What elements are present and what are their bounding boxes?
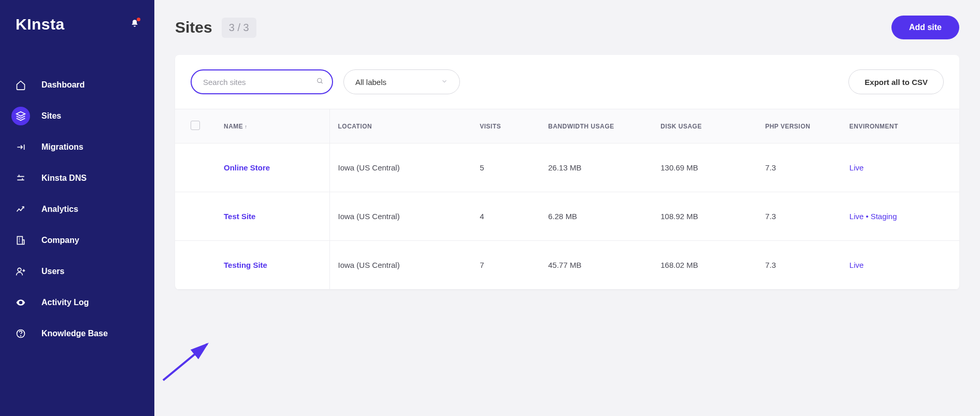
sidebar: KInsta Dashboard Sites Migrations Kinsta… — [0, 0, 154, 416]
environment-cell: Live — [841, 144, 959, 192]
col-name[interactable]: NAME↑ — [215, 109, 329, 144]
sidebar-item-dns[interactable]: Kinsta DNS — [0, 163, 154, 194]
php-cell: 7.3 — [757, 241, 841, 290]
bandwidth-cell: 45.77 MB — [540, 241, 652, 290]
bell-icon — [131, 20, 139, 29]
header-left: Sites 3 / 3 — [175, 18, 256, 38]
php-cell: 7.3 — [757, 192, 841, 241]
site-link[interactable]: Test Site — [224, 212, 255, 221]
sidebar-item-label: Knowledge Base — [41, 329, 108, 338]
env-live-link[interactable]: Live — [849, 261, 864, 269]
col-bandwidth[interactable]: BANDWIDTH USAGE — [540, 109, 652, 144]
analytics-icon — [11, 200, 30, 219]
search-input[interactable] — [191, 69, 333, 94]
visits-cell: 5 — [471, 144, 540, 192]
location-cell: Iowa (US Central) — [329, 241, 471, 290]
site-name-cell: Online Store — [215, 144, 329, 192]
col-location[interactable]: LOCATION — [329, 109, 471, 144]
sites-table: NAME↑ LOCATION VISITS BANDWIDTH USAGE DI… — [175, 109, 959, 290]
select-all-header — [175, 109, 215, 144]
card-toolbar: All labels Export all to CSV — [175, 55, 959, 109]
env-separator: • — [866, 212, 868, 221]
disk-cell: 130.69 MB — [652, 144, 757, 192]
brand-logo: KInsta — [16, 16, 65, 33]
site-count-badge: 3 / 3 — [222, 18, 256, 38]
layers-icon — [11, 107, 30, 125]
main: Sites 3 / 3 Add site All labels — [154, 0, 980, 416]
add-site-button[interactable]: Add site — [891, 16, 959, 39]
env-staging-link[interactable]: Staging — [871, 212, 897, 221]
svg-point-4 — [21, 336, 21, 336]
visits-cell: 7 — [471, 241, 540, 290]
search-wrap — [191, 69, 333, 94]
visits-cell: 4 — [471, 192, 540, 241]
sidebar-item-label: Kinsta DNS — [41, 174, 87, 183]
disk-cell: 168.02 MB — [652, 241, 757, 290]
sidebar-item-activity[interactable]: Activity Log — [0, 287, 154, 318]
table-row: Testing SiteIowa (US Central)745.77 MB16… — [175, 241, 959, 290]
company-icon — [11, 231, 30, 250]
home-icon — [11, 76, 30, 94]
sidebar-item-label: Activity Log — [41, 298, 89, 307]
eye-icon — [11, 293, 30, 312]
env-live-link[interactable]: Live — [849, 163, 864, 172]
row-select-cell — [175, 144, 215, 192]
environment-cell: Live•Staging — [841, 192, 959, 241]
col-php[interactable]: PHP VERSION — [757, 109, 841, 144]
col-environment[interactable]: ENVIRONMENT — [841, 109, 959, 144]
table-header-row: NAME↑ LOCATION VISITS BANDWIDTH USAGE DI… — [175, 109, 959, 144]
dns-icon — [11, 169, 30, 188]
env-live-link[interactable]: Live — [849, 212, 864, 221]
site-link[interactable]: Online Store — [224, 163, 270, 172]
bandwidth-cell: 6.28 MB — [540, 192, 652, 241]
header: Sites 3 / 3 Add site — [175, 16, 959, 39]
select-all-checkbox[interactable] — [191, 121, 200, 130]
sidebar-item-label: Users — [41, 267, 64, 276]
environment-cell: Live — [841, 241, 959, 290]
bandwidth-cell: 26.13 MB — [540, 144, 652, 192]
nav: Dashboard Sites Migrations Kinsta DNS An… — [0, 64, 154, 354]
export-csv-button[interactable]: Export all to CSV — [848, 69, 944, 94]
notifications-button[interactable] — [131, 19, 139, 30]
page-title: Sites — [175, 19, 212, 36]
sidebar-item-company[interactable]: Company — [0, 225, 154, 256]
location-cell: Iowa (US Central) — [329, 192, 471, 241]
php-cell: 7.3 — [757, 144, 841, 192]
search-icon — [316, 78, 324, 87]
chevron-down-icon — [441, 78, 448, 87]
sidebar-item-sites[interactable]: Sites — [0, 101, 154, 132]
labels-select-value: All labels — [355, 78, 386, 87]
sort-asc-icon: ↑ — [244, 124, 248, 130]
sidebar-item-label: Sites — [41, 111, 61, 121]
table-row: Online StoreIowa (US Central)526.13 MB13… — [175, 144, 959, 192]
users-icon — [11, 262, 30, 281]
site-name-cell: Test Site — [215, 192, 329, 241]
svg-point-2 — [18, 268, 21, 271]
disk-cell: 108.92 MB — [652, 192, 757, 241]
sidebar-item-label: Migrations — [41, 142, 83, 152]
col-visits[interactable]: VISITS — [471, 109, 540, 144]
site-name-cell: Testing Site — [215, 241, 329, 290]
sidebar-item-analytics[interactable]: Analytics — [0, 194, 154, 225]
row-select-cell — [175, 241, 215, 290]
notification-dot — [137, 18, 140, 21]
migrations-icon — [11, 138, 30, 156]
sidebar-item-knowledge[interactable]: Knowledge Base — [0, 318, 154, 349]
sidebar-item-label: Analytics — [41, 205, 78, 214]
sidebar-item-users[interactable]: Users — [0, 256, 154, 287]
col-disk[interactable]: DISK USAGE — [652, 109, 757, 144]
svg-marker-0 — [17, 112, 25, 116]
site-link[interactable]: Testing Site — [224, 261, 267, 269]
sidebar-item-label: Dashboard — [41, 80, 85, 90]
logo-row: KInsta — [0, 10, 154, 49]
row-select-cell — [175, 192, 215, 241]
labels-select[interactable]: All labels — [343, 69, 460, 94]
table-row: Test SiteIowa (US Central)46.28 MB108.92… — [175, 192, 959, 241]
svg-point-5 — [318, 78, 322, 82]
sidebar-item-migrations[interactable]: Migrations — [0, 132, 154, 163]
svg-line-6 — [321, 82, 323, 83]
help-icon — [11, 324, 30, 343]
sidebar-item-label: Company — [41, 236, 79, 245]
sites-card: All labels Export all to CSV NAME↑ LOCAT… — [175, 55, 959, 290]
sidebar-item-dashboard[interactable]: Dashboard — [0, 69, 154, 101]
